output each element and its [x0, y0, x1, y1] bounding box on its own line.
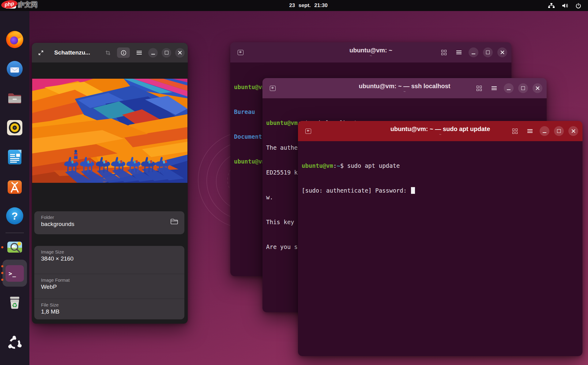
- tab-overview-button[interactable]: [510, 126, 520, 136]
- files-icon: [6, 90, 23, 107]
- maximize-button[interactable]: [483, 47, 493, 57]
- terminal-line: ubuntu@vm:~$ sudo apt update: [302, 162, 579, 170]
- running-dot: [1, 279, 3, 281]
- clock-button[interactable]: 23 sept. 21:30: [289, 0, 328, 11]
- fullscreen-button[interactable]: [36, 47, 46, 58]
- tab-overview-button[interactable]: [439, 47, 449, 58]
- minimize-button[interactable]: [504, 83, 514, 93]
- minimize-icon: [472, 54, 475, 54]
- hamburger-icon: [492, 86, 497, 90]
- maximize-button[interactable]: [554, 126, 564, 136]
- dock-show-apps[interactable]: [5, 334, 24, 353]
- terminal2-headerbar: ubuntu@vm: ~ — ssh localhost ~: [262, 78, 547, 98]
- image-viewer-icon: [6, 239, 23, 256]
- terminal1-headerbar: ubuntu@vm: ~ ~: [230, 42, 511, 62]
- maximize-button[interactable]: [518, 83, 528, 93]
- minimize-button[interactable]: [540, 126, 549, 136]
- open-folder-button[interactable]: [170, 218, 178, 226]
- new-tab-button[interactable]: [267, 83, 278, 93]
- hamburger-icon: [456, 51, 462, 54]
- new-tab-button[interactable]: [235, 47, 246, 58]
- menu-button[interactable]: [489, 83, 499, 93]
- grid-icon: [441, 50, 447, 55]
- ubuntu-logo-icon: [6, 335, 23, 352]
- watermark-text: 中文网: [18, 0, 37, 9]
- power-icon: [575, 3, 581, 9]
- dock-firefox[interactable]: [5, 30, 24, 49]
- grid-icon: [512, 129, 518, 134]
- running-dot: [1, 272, 3, 274]
- hamburger-icon: [137, 51, 142, 55]
- thunderbird-icon: [6, 60, 23, 77]
- terminal-cursor: [411, 187, 415, 194]
- terminal3-content[interactable]: ubuntu@vm:~$ sudo apt update [sudo: auth…: [298, 141, 582, 356]
- close-button[interactable]: [533, 83, 542, 93]
- property-label: Image Format: [41, 277, 184, 283]
- dock-help[interactable]: ?: [5, 206, 24, 225]
- new-tab-icon: [305, 129, 311, 134]
- menu-button[interactable]: [454, 47, 464, 58]
- menu-button[interactable]: [134, 47, 144, 58]
- properties-button[interactable]: [117, 47, 130, 58]
- window-title: ubuntu@vm: ~ — ssh localhost ~: [359, 83, 450, 94]
- libreoffice-writer-icon: [6, 149, 23, 166]
- property-value: 1,8 MB: [41, 308, 184, 315]
- trash-icon: ♻: [6, 294, 23, 311]
- quick-settings[interactable]: [548, 0, 581, 11]
- close-icon: [178, 51, 182, 55]
- terminal-icon: >_: [6, 265, 24, 282]
- maximize-icon: [165, 51, 168, 55]
- dock: ? >_ ♻: [0, 11, 29, 365]
- folder-card: Folder backgrounds: [34, 211, 184, 234]
- terminal-window-3: ubuntu@vm: ~ — sudo apt update ~ ubuntu@…: [298, 121, 582, 356]
- property-label: Image Size: [41, 249, 184, 254]
- property-row: Image Format WebP: [34, 274, 184, 299]
- close-icon: [536, 86, 540, 90]
- property-row: File Size 1,8 MB: [34, 299, 184, 323]
- minimize-icon: [507, 89, 511, 90]
- minimize-button[interactable]: [148, 48, 158, 58]
- hamburger-icon: [527, 129, 533, 133]
- close-button[interactable]: [568, 126, 578, 136]
- tab-overview-button[interactable]: [474, 83, 484, 93]
- minimize-button[interactable]: [469, 47, 478, 57]
- crop-icon: [105, 50, 111, 55]
- running-dot: [1, 265, 3, 267]
- window-title: ubuntu@vm: ~ — sudo apt update ~: [390, 126, 490, 137]
- dock-files[interactable]: [5, 89, 24, 108]
- maximize-button[interactable]: [162, 48, 171, 58]
- close-button[interactable]: [497, 47, 507, 57]
- close-icon: [500, 51, 504, 55]
- crop-button[interactable]: [103, 47, 113, 58]
- property-value: WebP: [41, 284, 184, 290]
- new-tab-button[interactable]: [303, 126, 313, 136]
- close-button[interactable]: [175, 48, 185, 58]
- expand-icon: [38, 50, 43, 55]
- minimize-icon: [543, 132, 546, 133]
- running-dot: [1, 246, 3, 248]
- property-label: File Size: [41, 302, 184, 307]
- new-tab-icon: [238, 50, 243, 55]
- minimize-icon: [151, 54, 155, 55]
- dock-thunderbird[interactable]: [5, 59, 24, 78]
- app-center-icon: [6, 178, 23, 195]
- menu-button[interactable]: [525, 126, 535, 136]
- property-row: Image Size 3840 × 2160: [34, 249, 184, 274]
- dock-app-center[interactable]: [5, 177, 24, 196]
- dock-image-viewer[interactable]: [5, 238, 24, 257]
- dock-trash[interactable]: ♻: [5, 293, 24, 312]
- close-icon: [571, 129, 575, 133]
- rhythmbox-icon: [6, 119, 23, 136]
- window-title: ubuntu@vm: ~ ~: [349, 47, 392, 58]
- terminal3-headerbar: ubuntu@vm: ~ — sudo apt update ~: [298, 121, 582, 141]
- top-bar: 23 sept. 21:30: [0, 0, 588, 11]
- volume-icon: [562, 3, 569, 9]
- dock-rhythmbox[interactable]: [5, 118, 24, 137]
- properties-card: Image Size 3840 × 2160 Image Format WebP…: [34, 246, 184, 319]
- dock-terminal[interactable]: >_: [5, 264, 24, 283]
- folder-icon: [170, 218, 178, 225]
- svg-text:♻: ♻: [12, 302, 18, 309]
- image-viewer-window: Schattenzu...: [32, 43, 188, 324]
- maximize-icon: [557, 129, 561, 133]
- dock-libreoffice-writer[interactable]: [5, 148, 24, 167]
